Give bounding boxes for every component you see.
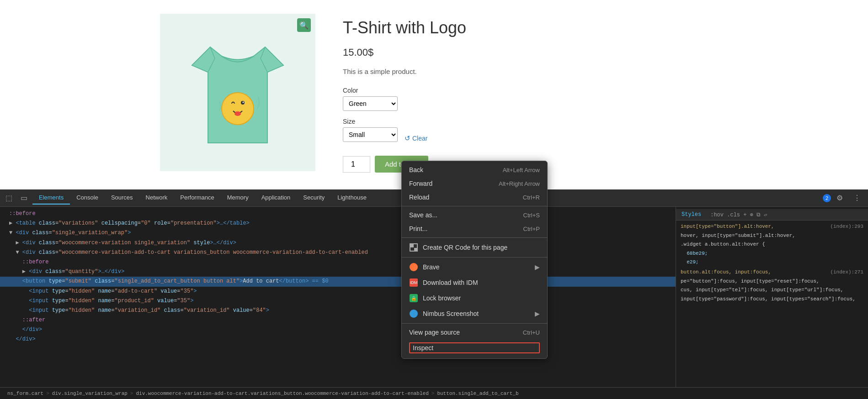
idm-icon: IDM xyxy=(409,278,418,287)
css-line: e29; xyxy=(676,258,868,267)
product-price: 15.00$ xyxy=(343,47,708,58)
css-line: input[type="button"].alt:hover, (index):… xyxy=(676,222,868,231)
ctx-back-label: Back xyxy=(409,166,503,173)
ctx-forward-shortcut: Alt+Right Arrow xyxy=(499,180,540,187)
size-select[interactable]: Small xyxy=(343,127,398,142)
css-line: button.alt:focus, input:focus, (index):2… xyxy=(676,268,868,277)
ctx-qr-label: Create QR Code for this page xyxy=(423,244,540,251)
ctx-view-source-shortcut: Ctrl+U xyxy=(523,329,540,336)
devtools-statusbar: ns_form.cart > div.single_variation_wrap… xyxy=(0,387,868,399)
html-line: ::before xyxy=(0,257,676,267)
html-line: ▼ <div class="single_variation_wrap"> xyxy=(0,228,676,238)
ctx-sep2 xyxy=(402,237,547,238)
html-line: ▼ <div class="woocommerce-variation-add-… xyxy=(0,248,676,257)
statusbar-item-variation[interactable]: div.woocommerce-variation-add-to-cart.va… xyxy=(133,391,431,396)
ctx-print[interactable]: Print... Ctrl+P xyxy=(402,222,547,236)
cursor-icon[interactable]: ⬚ xyxy=(2,192,15,205)
badge: 2 xyxy=(823,194,831,202)
clear-label: Clear xyxy=(412,135,427,142)
ctx-sep3 xyxy=(402,257,547,257)
statusbar-item-wrap[interactable]: div.single_variation_wrap xyxy=(49,391,130,396)
statusbar-item-button[interactable]: button.single_add_to_cart_b xyxy=(434,391,521,396)
tab-memory[interactable]: Memory xyxy=(221,191,255,205)
html-line-highlighted: <button type="submit" class="single_add_… xyxy=(0,277,676,286)
ctx-qr[interactable]: Create QR Code for this page xyxy=(402,240,547,255)
sub-tabs: Styles :hov .cls + ⊕ ⧉ ▱ xyxy=(676,209,868,220)
ctx-idm[interactable]: IDM Download with IDM xyxy=(402,275,547,290)
ctx-brave[interactable]: Brave ▶ xyxy=(402,259,547,275)
color-select[interactable]: Green xyxy=(343,96,398,111)
ctx-forward[interactable]: Forward Alt+Right Arrow xyxy=(402,177,547,190)
ctx-idm-label: Download with IDM xyxy=(423,279,540,286)
ctx-view-source-label: View page source xyxy=(409,329,523,336)
nimbus-icon xyxy=(409,309,418,318)
ctx-save-as[interactable]: Save as... Ctrl+S xyxy=(402,208,547,222)
clear-link[interactable]: ↺ Clear xyxy=(405,134,427,142)
svg-point-0 xyxy=(222,93,254,125)
ctx-back-shortcut: Alt+Left Arrow xyxy=(503,167,540,173)
tab-elements[interactable]: Elements xyxy=(32,191,70,205)
html-line: <input type="hidden" name="variation_id"… xyxy=(0,306,676,315)
ctx-inspect-label: Inspect xyxy=(409,342,540,353)
css-line: cus, input[type="tel"]:focus, input[type… xyxy=(676,286,868,295)
html-line: ::before xyxy=(0,209,676,219)
ctx-reload-label: Reload xyxy=(409,194,523,201)
tab-console[interactable]: Console xyxy=(70,191,105,205)
ctx-save-as-label: Save as... xyxy=(409,211,523,219)
tshirt-image xyxy=(183,29,293,157)
size-label: Size xyxy=(343,118,708,125)
css-panel: Styles :hov .cls + ⊕ ⧉ ▱ input[type="but… xyxy=(676,207,868,387)
devtools-right-controls: 2 ⚙ ⋮ xyxy=(823,192,866,205)
size-row: Small ↺ Clear xyxy=(343,127,708,149)
ctx-nimbus-arrow: ▶ xyxy=(535,310,540,317)
html-line: ::after xyxy=(0,315,676,325)
lock-browser-icon: 🔒 xyxy=(409,294,418,303)
ctx-nimbus[interactable]: Nimbus Screenshot ▶ xyxy=(402,306,547,321)
css-content: input[type="button"].alt:hover, (index):… xyxy=(676,220,868,305)
ctx-sep1 xyxy=(402,206,547,206)
html-line: ▶ <div class="quantity">…</div> xyxy=(0,267,676,277)
tab-security[interactable]: Security xyxy=(297,191,331,205)
context-menu: Back Alt+Left Arrow Forward Alt+Right Ar… xyxy=(401,161,548,359)
html-panel: ::before ▶ <table class="variations" cel… xyxy=(0,207,676,387)
product-image: 🔍 xyxy=(160,14,315,171)
ctx-save-as-shortcut: Ctrl+S xyxy=(523,212,540,219)
ctx-lock-label: Lock browser xyxy=(423,294,540,302)
css-line: pe="button"]:focus, input[type="reset"]:… xyxy=(676,277,868,286)
product-description: This is a simple product. xyxy=(343,68,708,75)
tab-network[interactable]: Network xyxy=(139,191,174,205)
ctx-print-shortcut: Ctrl+P xyxy=(523,226,540,232)
settings-icon[interactable]: ⚙ xyxy=(833,192,846,205)
quantity-input[interactable] xyxy=(343,156,370,173)
ctx-lock[interactable]: 🔒 Lock browser xyxy=(402,290,547,306)
ctx-brave-arrow: ▶ xyxy=(535,263,540,271)
ctx-view-source[interactable]: View page source Ctrl+U xyxy=(402,326,547,339)
ctx-reload-shortcut: Ctrl+R xyxy=(523,194,540,201)
tab-sources[interactable]: Sources xyxy=(105,191,139,205)
more-icon[interactable]: ⋮ xyxy=(851,192,863,205)
ctx-inspect[interactable]: Inspect xyxy=(402,339,547,357)
ctx-nimbus-label: Nimbus Screenshot xyxy=(423,310,531,317)
ctx-brave-label: Brave xyxy=(423,263,531,271)
tab-performance[interactable]: Performance xyxy=(174,191,220,205)
subtab-styles[interactable]: Styles xyxy=(676,209,707,220)
html-line: ▶ <div class="woocommerce-variation sing… xyxy=(0,238,676,248)
css-line: hover, input[type="submit"].alt:hover, xyxy=(676,231,868,241)
html-line: </div> xyxy=(0,335,676,344)
tab-application[interactable]: Application xyxy=(255,191,297,205)
ctx-back[interactable]: Back Alt+Left Arrow xyxy=(402,163,547,177)
color-label: Color xyxy=(343,87,708,94)
product-info: T-Shirt with Logo 15.00$ This is a simpl… xyxy=(343,14,708,176)
html-line: <input type="hidden" name="product_id" v… xyxy=(0,296,676,306)
zoom-icon[interactable]: 🔍 xyxy=(297,18,311,32)
device-icon[interactable]: ▭ xyxy=(17,192,30,205)
html-line: ▶ <table class="variations" cellspacing=… xyxy=(0,219,676,228)
tab-lighthouse[interactable]: Lighthouse xyxy=(331,191,373,205)
ctx-print-label: Print... xyxy=(409,225,523,232)
css-line: .widget a.button.alt:hover { xyxy=(676,240,868,249)
qr-icon xyxy=(409,243,418,252)
statusbar-item-form[interactable]: ns_form.cart xyxy=(5,391,46,396)
product-title: T-Shirt with Logo xyxy=(343,18,708,37)
brave-icon xyxy=(409,262,418,272)
ctx-reload[interactable]: Reload Ctrl+R xyxy=(402,190,547,204)
